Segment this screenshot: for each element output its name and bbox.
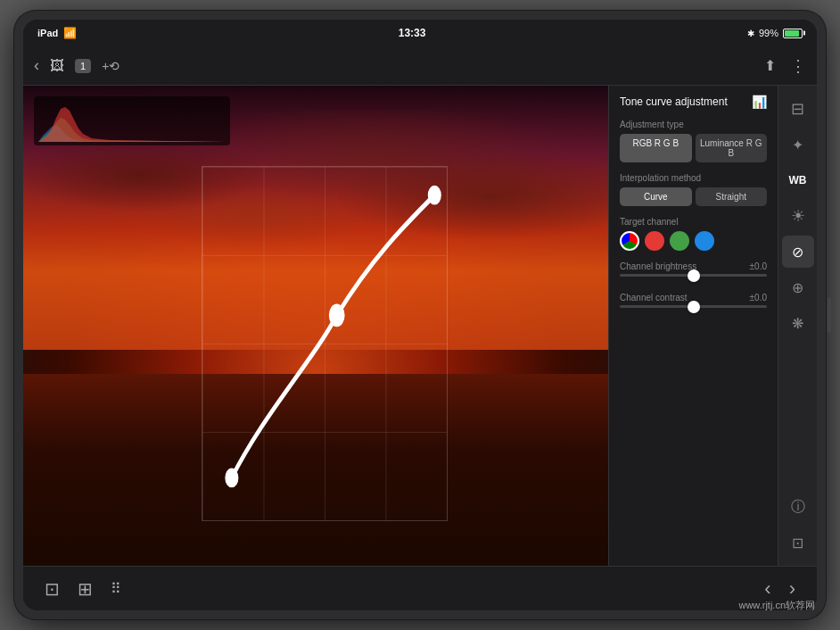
toolbar-right: ⬆ ⋮ <box>764 56 806 76</box>
brightness-section: Channel brightness ±0.0 <box>609 256 778 287</box>
svg-point-0 <box>226 469 238 487</box>
channel-blue[interactable] <box>695 231 714 251</box>
curve-editor[interactable] <box>202 166 448 521</box>
panel-title-text: Tone curve adjustment <box>620 95 728 108</box>
contrast-value: ±0.0 <box>750 293 767 303</box>
interpolation-section: Interpolation method Curve Straight <box>609 168 778 211</box>
svg-point-2 <box>428 187 441 204</box>
channel-red[interactable] <box>645 231 664 251</box>
channel-green[interactable] <box>670 231 689 251</box>
brightness-icon[interactable]: ☀ <box>782 200 814 232</box>
next-button[interactable]: › <box>789 577 795 601</box>
dots-button[interactable]: ⠿ <box>111 580 122 597</box>
right-panel: Tone curve adjustment 📊 Adjustment type … <box>608 86 778 566</box>
photo-button[interactable]: ⊞ <box>78 578 93 600</box>
curve-button[interactable]: Curve <box>620 187 692 206</box>
battery-icon <box>783 29 803 38</box>
add-button[interactable]: +⟲ <box>102 59 119 73</box>
brightness-value: ±0.0 <box>750 261 767 271</box>
adjust-icon[interactable]: ✦ <box>782 128 814 161</box>
face-detect-icon[interactable]: ⊕ <box>782 271 814 303</box>
main-content: Tone curve adjustment 📊 Adjustment type … <box>23 86 817 566</box>
more-button[interactable]: ⋮ <box>790 56 806 76</box>
status-time: 13:33 <box>399 27 426 39</box>
histogram-svg <box>37 100 226 142</box>
target-channel-label: Target channel <box>620 217 767 227</box>
luminance-button[interactable]: Luminance R G B <box>696 134 768 162</box>
brightness-slider-row: Channel brightness ±0.0 <box>620 261 767 277</box>
photo-area <box>23 86 608 566</box>
adjustment-type-section: Adjustment type RGB R G B Luminance R G … <box>609 114 778 168</box>
ipad-screen: iPad 📶 13:33 ✱ 99% ‹ 🖼 1 +⟲ ⬆ <box>23 20 817 610</box>
photo-count: 1 <box>75 59 91 73</box>
bluetooth-icon: ✱ <box>747 29 754 38</box>
adjustment-type-group: RGB R G B Luminance R G B <box>620 134 767 162</box>
brightness-track[interactable] <box>620 274 767 277</box>
tone-curve-icon[interactable]: ⊘ <box>782 236 814 268</box>
adjustment-type-label: Adjustment type <box>620 120 767 129</box>
crop-button[interactable]: ⊡ <box>45 578 60 600</box>
wb-button[interactable]: WB <box>782 164 814 196</box>
contrast-section: Channel contrast ±0.0 <box>609 287 778 319</box>
straight-button[interactable]: Straight <box>696 187 768 206</box>
panel-title: Tone curve adjustment 📊 <box>609 86 778 114</box>
status-left: iPad 📶 <box>37 27 77 39</box>
contrast-track[interactable] <box>620 305 767 308</box>
contrast-slider-row: Channel contrast ±0.0 <box>620 293 767 308</box>
channel-dots <box>620 231 767 251</box>
channel-rgb[interactable] <box>620 231 639 251</box>
interpolation-label: Interpolation method <box>620 173 767 183</box>
layers-icon[interactable]: ⊟ <box>782 93 814 125</box>
contrast-thumb[interactable] <box>688 301 700 313</box>
svg-point-1 <box>329 304 343 326</box>
bottom-toolbar: ⊡ ⊞ ⠿ ‹ › <box>23 566 817 610</box>
ipad-frame: iPad 📶 13:33 ✱ 99% ‹ 🖼 1 +⟲ ⬆ <box>14 11 826 619</box>
curve-svg <box>202 167 447 520</box>
bottom-tools-left: ⊡ ⊞ ⠿ <box>45 578 122 600</box>
status-right: ✱ 99% <box>747 28 803 38</box>
info-icon[interactable]: ⓘ <box>782 491 814 523</box>
wifi-icon: 📶 <box>63 27 77 39</box>
icons-panel: ⊟ ✦ WB ☀ ⊘ ⊕ ❋ ⓘ ⊡ <box>778 86 817 566</box>
target-channel-section: Target channel <box>609 211 778 256</box>
watermark: www.rjtj.cn软荐网 <box>738 599 815 612</box>
brightness-thumb[interactable] <box>688 269 700 282</box>
brightness-label: Channel brightness <box>620 261 696 271</box>
battery-percent: 99% <box>759 28 778 38</box>
compare-icon[interactable]: ⊡ <box>782 526 814 559</box>
effect-icon[interactable]: ❋ <box>782 307 814 339</box>
panel-title-icon: 📊 <box>752 95 767 109</box>
edit-icon: 🖼 <box>50 58 64 74</box>
status-bar: iPad 📶 13:33 ✱ 99% <box>23 20 817 46</box>
toolbar-left: ‹ 🖼 1 +⟲ <box>34 56 119 75</box>
bottom-nav: ‹ › <box>764 577 795 601</box>
battery-fill <box>785 30 799 37</box>
histogram-overlay <box>34 96 230 145</box>
ipad-label: iPad <box>37 28 58 38</box>
prev-button[interactable]: ‹ <box>764 577 770 601</box>
rgb-button[interactable]: RGB R G B <box>620 134 692 162</box>
contrast-label: Channel contrast <box>620 293 688 303</box>
wb-label: WB <box>789 174 807 187</box>
share-button[interactable]: ⬆ <box>764 57 776 74</box>
back-button[interactable]: ‹ <box>34 56 39 75</box>
main-toolbar: ‹ 🖼 1 +⟲ ⬆ ⋮ <box>23 46 817 86</box>
interpolation-group: Curve Straight <box>620 187 767 206</box>
